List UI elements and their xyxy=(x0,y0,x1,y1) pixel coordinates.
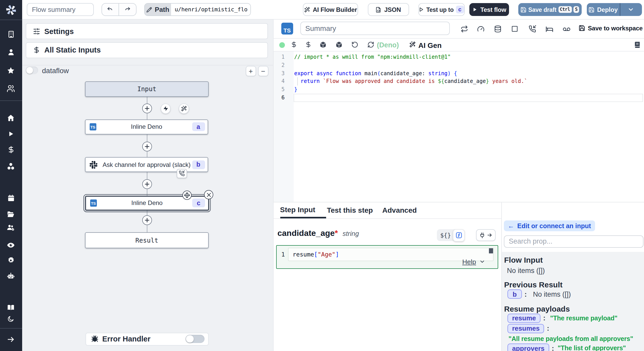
expression-editor[interactable]: 1 resume["Age"] Help xyxy=(276,245,498,269)
expression-help[interactable]: Help xyxy=(462,258,486,266)
sidebar-item-groups[interactable] xyxy=(0,221,22,234)
script-docs-button[interactable] xyxy=(634,41,641,48)
sidebar-item-ai[interactable] xyxy=(0,269,22,282)
function-mode-button[interactable] xyxy=(453,229,465,241)
move-step-button[interactable] xyxy=(182,191,192,200)
all-static-inputs-row[interactable]: All Static Inputs xyxy=(26,42,268,58)
path-input[interactable] xyxy=(171,4,250,15)
phone-incoming-icon xyxy=(529,25,536,32)
expression-code[interactable]: resume["Age"] xyxy=(293,251,339,258)
prop-badge-resumes[interactable]: resumes xyxy=(507,324,544,333)
sidebar-item-schedules[interactable] xyxy=(0,191,22,204)
benchmark-gauge-button[interactable] xyxy=(477,25,485,32)
ai-suggest-button[interactable] xyxy=(179,104,189,114)
runtime-label[interactable]: (Deno) xyxy=(377,41,399,49)
search-prop-input[interactable] xyxy=(504,235,643,247)
sidebar-item-favorites[interactable] xyxy=(0,64,22,77)
flow-node-step-a[interactable]: TS Inline Deno a xyxy=(85,119,208,134)
wand-sparkles-icon xyxy=(304,6,310,13)
deploy-button[interactable]: Deploy xyxy=(587,3,620,16)
save-to-workspace-button[interactable]: Save to workspace xyxy=(579,24,643,32)
gauge-icon xyxy=(477,25,485,32)
ai-flow-builder-button[interactable]: AI Flow Builder xyxy=(303,3,358,16)
sidebar-item-workers[interactable] xyxy=(0,254,22,267)
prop-badge-b[interactable]: b xyxy=(507,289,522,299)
flow-node-result[interactable]: Result xyxy=(85,232,209,248)
suspend-phone-button[interactable] xyxy=(529,25,536,32)
expression-scrollbar[interactable] xyxy=(489,248,493,253)
json-button[interactable]: JSON xyxy=(368,3,409,16)
book-open-icon xyxy=(7,303,15,312)
template-mode-group[interactable]: ${} xyxy=(437,229,464,241)
pencil-icon xyxy=(146,7,152,13)
deploy-dropdown-button[interactable] xyxy=(620,3,642,16)
book-icon xyxy=(634,41,641,48)
sidebar-item-folders[interactable] xyxy=(0,207,22,221)
package-button[interactable] xyxy=(319,41,327,48)
prop-badge-resume[interactable]: resume xyxy=(507,313,541,323)
trigger-zap-button[interactable] xyxy=(160,104,171,114)
reset-button[interactable] xyxy=(351,41,358,48)
test-up-to-label: Test up to xyxy=(426,6,454,13)
error-handler-toggle[interactable] xyxy=(185,335,205,343)
redo-button[interactable] xyxy=(119,4,136,15)
package-cache-button[interactable] xyxy=(335,41,343,48)
add-step-button[interactable] xyxy=(142,104,152,113)
prop-badge-approvers[interactable]: approvers xyxy=(507,344,549,351)
sidebar-item-theme[interactable] xyxy=(0,312,22,326)
add-step-button[interactable] xyxy=(142,179,152,189)
help-link[interactable]: Help xyxy=(462,258,476,266)
tab-advanced[interactable]: Advanced xyxy=(382,202,417,218)
flow-node-input[interactable]: Input xyxy=(85,81,209,97)
flow-summary-input[interactable] xyxy=(27,3,94,16)
sidebar-item-variables[interactable] xyxy=(0,143,22,156)
cache-database-button[interactable] xyxy=(494,25,502,32)
sidebar-item-user[interactable] xyxy=(0,46,22,59)
add-resource-button[interactable] xyxy=(305,41,311,48)
sleep-bed-button[interactable] xyxy=(546,25,553,33)
path-edit-button[interactable]: Path xyxy=(145,4,171,15)
step-summary-input[interactable] xyxy=(300,22,450,35)
code-editor[interactable]: 1 2 3 4 5 6 // import * as wmill from "n… xyxy=(274,52,644,202)
sidebar-item-home[interactable] xyxy=(0,111,22,125)
early-stop-voicemail-button[interactable] xyxy=(563,25,571,33)
tab-step-input[interactable]: Step Input xyxy=(280,202,326,218)
connect-input-button[interactable] xyxy=(476,229,495,241)
edit-or-connect-button[interactable]: ← Edit or connect an input xyxy=(504,220,595,231)
concurrency-square-button[interactable] xyxy=(511,25,518,32)
arrow-right-icon xyxy=(7,335,15,344)
resume-row: resume : "The resume payload" xyxy=(507,313,617,323)
save-draft-button[interactable]: Save draft Ctrl S xyxy=(518,3,581,16)
add-step-button[interactable] xyxy=(142,215,152,225)
runtime-refresh-button[interactable] xyxy=(367,41,374,48)
undo-button[interactable] xyxy=(102,4,118,15)
line-number-active: 6 xyxy=(282,94,285,102)
sidebar-item-resources[interactable] xyxy=(0,160,22,173)
restart-loop-button[interactable] xyxy=(461,25,468,32)
moon-icon xyxy=(7,315,15,322)
sidebar-item-apps[interactable] xyxy=(0,28,22,41)
zoom-out-button[interactable]: − xyxy=(258,66,268,76)
add-variable-button[interactable] xyxy=(291,41,297,48)
flow-settings-row[interactable]: Settings xyxy=(26,23,268,39)
suspend-approval-chip[interactable] xyxy=(176,169,187,178)
sidebar-item-audit[interactable] xyxy=(0,238,22,252)
flow-graph-canvas: dataflow + − Input TS Inline Deno xyxy=(22,65,273,332)
flow-node-step-b[interactable]: Ask channel for approval (slack) b xyxy=(85,157,208,172)
sidebar-item-runs[interactable] xyxy=(0,127,22,140)
delete-step-button[interactable] xyxy=(204,190,213,200)
windmill-logo[interactable] xyxy=(0,0,22,20)
tab-test-this-step[interactable]: Test this step xyxy=(327,202,373,218)
dataflow-toggle[interactable] xyxy=(26,66,38,74)
line-number: 5 xyxy=(282,85,285,94)
add-step-button[interactable] xyxy=(142,141,152,151)
ai-gen-label[interactable]: AI Gen xyxy=(418,41,442,49)
ai-gen-button[interactable] xyxy=(409,41,416,48)
test-flow-button[interactable]: Test flow xyxy=(469,3,509,16)
test-up-to-button[interactable]: Test up to c xyxy=(418,3,464,16)
plus-icon xyxy=(144,181,150,187)
zoom-in-button[interactable]: + xyxy=(246,66,256,76)
sidebar-expand-button[interactable] xyxy=(0,333,22,346)
input-node-label: Input xyxy=(86,85,208,93)
sidebar-item-users[interactable] xyxy=(0,82,22,95)
